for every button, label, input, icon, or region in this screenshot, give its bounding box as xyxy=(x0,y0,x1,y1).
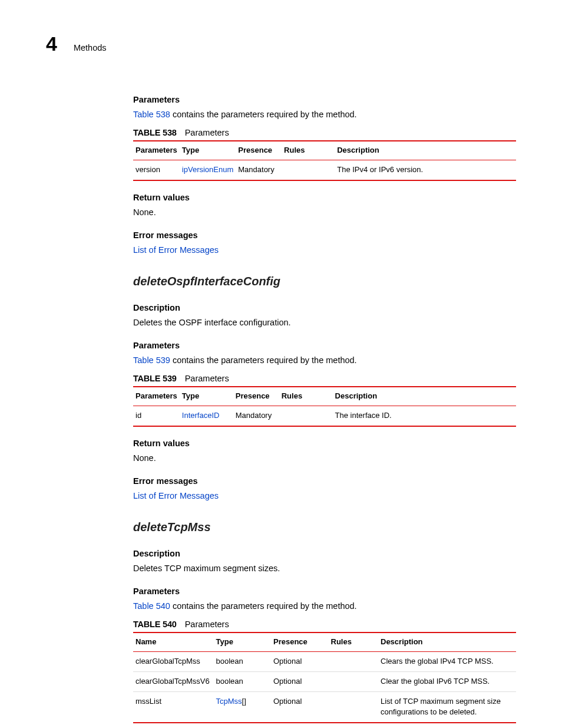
col-name: Name xyxy=(133,633,214,651)
table-539-caption: TABLE 539Parameters xyxy=(133,373,516,385)
col-description: Description xyxy=(335,141,516,160)
cell-description: Clears the global IPv4 TCP MSS. xyxy=(378,651,516,671)
col-parameters: Parameters xyxy=(133,141,180,160)
cell-description: The interface ID. xyxy=(333,406,516,426)
table-539: Parameters Type Presence Rules Descripti… xyxy=(133,386,516,427)
table-540-link[interactable]: Table 540 xyxy=(133,601,170,611)
cell-param: id xyxy=(133,406,180,426)
error-messages-heading: Error messages xyxy=(133,229,516,242)
table-539-label: TABLE 539 xyxy=(133,374,177,383)
method-title-deleteospfinterfaceconfig: deleteOspfInterfaceConfig xyxy=(133,273,516,290)
return-values-text: None. xyxy=(133,206,516,219)
parameters-intro-rest: contains the parameters required by the … xyxy=(170,355,357,365)
error-messages-link[interactable]: List of Error Messages xyxy=(133,245,219,255)
col-presence: Presence xyxy=(271,633,329,651)
col-type: Type xyxy=(214,633,272,651)
table-row: clearGlobalTcpMss boolean Optional Clear… xyxy=(133,651,516,671)
chapter-title: Methods xyxy=(74,42,107,54)
parameters-intro: Table 538 contains the parameters requir… xyxy=(133,108,516,121)
running-header: 4 Methods xyxy=(46,29,516,58)
return-values-heading: Return values xyxy=(133,192,516,204)
table-538: Parameters Type Presence Rules Descripti… xyxy=(133,140,516,181)
description-text: Deletes the OSPF interface configuration… xyxy=(133,317,516,329)
description-text: Deletes TCP maximum segment sizes. xyxy=(133,562,516,575)
description-heading: Description xyxy=(133,302,516,314)
cell-name: clearGlobalTcpMss xyxy=(133,651,214,671)
error-messages-heading: Error messages xyxy=(133,475,516,487)
cell-presence: Optional xyxy=(271,671,329,691)
return-values-text: None. xyxy=(133,452,516,465)
type-link-ipversionenum[interactable]: ipVersionEnum xyxy=(182,165,233,174)
cell-presence: Optional xyxy=(271,651,329,671)
type-link-interfaceid[interactable]: InterfaceID xyxy=(182,411,220,420)
cell-param: version xyxy=(133,160,180,180)
table-header-row: Parameters Type Presence Rules Descripti… xyxy=(133,141,516,160)
table-538-title: Parameters xyxy=(185,128,229,137)
table-540: Name Type Presence Rules Description cle… xyxy=(133,632,516,723)
cell-presence: Mandatory xyxy=(236,160,282,180)
table-row: mssList TcpMss[] Optional List of TCP ma… xyxy=(133,691,516,723)
table-540-caption: TABLE 540Parameters xyxy=(133,618,516,631)
parameters-heading: Parameters xyxy=(133,340,516,352)
table-row: version ipVersionEnum Mandatory The IPv4… xyxy=(133,160,516,180)
cell-type: boolean xyxy=(214,651,272,671)
cell-rules xyxy=(329,691,379,723)
col-parameters: Parameters xyxy=(133,387,180,406)
cell-rules xyxy=(329,651,379,671)
cell-rules xyxy=(279,406,333,426)
type-link-tcpmss[interactable]: TcpMss xyxy=(216,697,242,706)
cell-name: clearGlobalTcpMssV6 xyxy=(133,671,214,691)
method-title-deletetcpmss: deleteTcpMss xyxy=(133,519,516,536)
table-header-row: Name Type Presence Rules Description xyxy=(133,633,516,651)
col-rules: Rules xyxy=(329,633,379,651)
table-540-label: TABLE 540 xyxy=(133,620,177,629)
table-539-title: Parameters xyxy=(185,374,229,383)
col-rules: Rules xyxy=(282,141,335,160)
cell-description: The IPv4 or IPv6 version. xyxy=(335,160,516,180)
col-type: Type xyxy=(180,387,233,406)
section-parameters: Parameters Table 538 contains the parame… xyxy=(133,94,516,256)
cell-presence: Mandatory xyxy=(233,406,279,426)
col-presence: Presence xyxy=(233,387,279,406)
error-messages-link[interactable]: List of Error Messages xyxy=(133,491,219,500)
parameters-heading: Parameters xyxy=(133,585,516,598)
cell-rules xyxy=(329,671,379,691)
cell-description: List of TCP maximum segment size configu… xyxy=(378,691,516,723)
return-values-heading: Return values xyxy=(133,437,516,450)
cell-rules xyxy=(282,160,335,180)
parameters-intro: Table 539 contains the parameters requir… xyxy=(133,354,516,367)
cell-type: TcpMss[] xyxy=(214,691,272,723)
cell-name: mssList xyxy=(133,691,214,723)
table-538-link[interactable]: Table 538 xyxy=(133,110,170,119)
table-header-row: Parameters Type Presence Rules Descripti… xyxy=(133,387,516,406)
parameters-intro-rest: contains the parameters required by the … xyxy=(170,601,357,611)
cell-presence: Optional xyxy=(271,691,329,723)
col-description: Description xyxy=(378,633,516,651)
chapter-number: 4 xyxy=(46,29,57,58)
col-rules: Rules xyxy=(279,387,333,406)
table-540-title: Parameters xyxy=(185,620,229,629)
description-heading: Description xyxy=(133,548,516,560)
table-538-caption: TABLE 538Parameters xyxy=(133,127,516,139)
parameters-heading: Parameters xyxy=(133,94,516,106)
parameters-intro: Table 540 contains the parameters requir… xyxy=(133,600,516,612)
col-presence: Presence xyxy=(236,141,282,160)
cell-type: boolean xyxy=(214,671,272,691)
table-row: clearGlobalTcpMssV6 boolean Optional Cle… xyxy=(133,671,516,691)
table-row: id InterfaceID Mandatory The interface I… xyxy=(133,406,516,426)
table-538-label: TABLE 538 xyxy=(133,128,177,137)
cell-description: Clear the global IPv6 TCP MSS. xyxy=(378,671,516,691)
parameters-intro-rest: contains the parameters required by the … xyxy=(170,110,357,119)
col-description: Description xyxy=(333,387,516,406)
table-539-link[interactable]: Table 539 xyxy=(133,355,170,365)
type-suffix: [] xyxy=(242,697,246,706)
col-type: Type xyxy=(180,141,236,160)
